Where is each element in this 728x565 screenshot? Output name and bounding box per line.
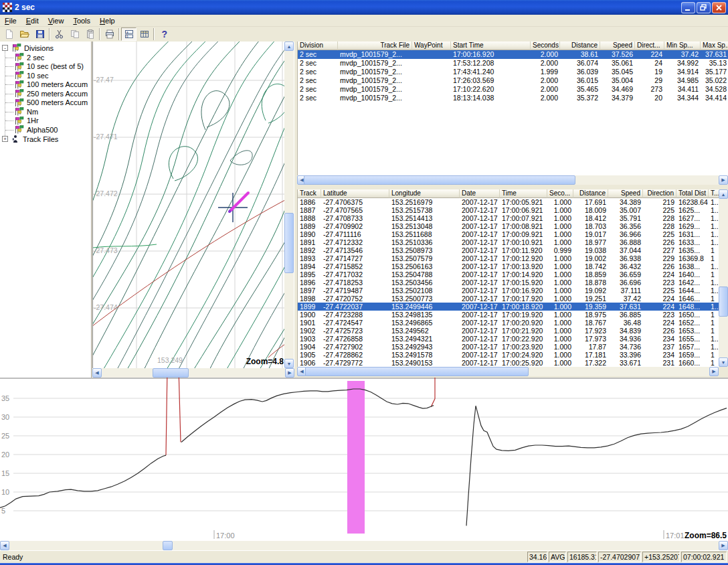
column-header-latitude[interactable]: Latitude [321,189,389,198]
save-button[interactable] [32,27,48,41]
table-row[interactable]: 1893-27.4714727153.25075792007-12-1717:0… [298,254,719,262]
tree-item-track-files[interactable]: +Track Files [2,135,58,143]
scroll-left-button[interactable]: ◀ [0,541,9,550]
table-row[interactable]: 2 secmvdp_1001579_2...17:10:22.6202.0003… [298,85,728,94]
chart-hscrollbar[interactable]: ◀▶ [0,541,728,550]
column-header-t[interactable]: T... [709,189,719,198]
column-header-minsp[interactable]: Min Sp... [664,42,701,50]
table-splitter[interactable] [297,185,728,189]
table-row[interactable]: 1904-27.4727902153.24929432007-12-1717:0… [298,343,719,351]
tree-item-1hr[interactable]: 1Hr [13,116,39,125]
column-header-distance[interactable]: Distance [560,42,600,50]
table-row[interactable]: 1892-27.4713546153.25089732007-12-1717:0… [298,246,719,254]
scroll-up-button[interactable]: ▲ [719,189,728,199]
table-row[interactable]: 1896-27.4718253153.25034562007-12-1717:0… [298,278,719,287]
split-view-button[interactable]: ab [121,27,136,41]
scroll-up-button[interactable]: ▲ [284,42,294,51]
column-header-longitude[interactable]: Longitude [389,189,460,198]
new-button[interactable] [1,27,17,41]
column-header-direct[interactable]: Direct... [635,42,664,50]
tree-item-alpha500[interactable]: Alpha500 [13,125,58,134]
column-header-starttime[interactable]: Start Time [451,42,531,50]
help-button[interactable]: ? [156,27,171,41]
map-horizontal-scrollbar[interactable]: ◀▶ [92,368,294,378]
column-header-totaldist[interactable]: Total Dist [676,189,709,198]
menu-tools[interactable]: Tools [68,16,95,25]
column-header-track[interactable]: Track [298,189,321,198]
close-button[interactable] [712,2,726,13]
column-header-seco[interactable]: Seco... [547,189,573,198]
scroll-thumb[interactable] [153,368,189,378]
table-row[interactable]: 1890-27.4711116153.25116882007-12-1717:0… [298,230,719,238]
tree-item-nm[interactable]: Nm [13,107,38,116]
column-header-maxsp[interactable]: Max Sp... [701,42,728,50]
table-row[interactable]: 2 secmvdp_1001579_2...17:43:41.2401.9993… [298,68,728,76]
tree-item-10-sec-best-of-5-[interactable]: 10 sec (best of 5) [13,62,84,71]
column-header-time[interactable]: Time [500,189,547,198]
table-row[interactable]: 1899-27.4722037153.24994462007-12-1717:0… [298,303,719,311]
scroll-down-button[interactable]: ▼ [719,357,728,367]
table-row[interactable]: 1898-27.4720752153.25007732007-12-1717:0… [298,295,719,303]
table-row[interactable]: 1895-27.4717032153.25047882007-12-1717:0… [298,270,719,278]
menu-file[interactable]: File [0,16,21,25]
table-row[interactable]: 1906-27.4729772153.24901532007-12-1717:0… [298,359,719,367]
table-row[interactable]: 1897-27.4719487153.25021082007-12-1717:0… [298,287,719,295]
column-header-direction[interactable]: Direction [643,189,676,198]
copy-button[interactable] [67,27,82,41]
open-button[interactable] [17,27,32,41]
table-row[interactable]: 2 secmvdp_1001579_2...17:26:03.5692.0003… [298,76,728,85]
table-row[interactable]: 1905-27.4728862153.24915782007-12-1717:0… [298,351,719,359]
table-row[interactable]: 1891-27.4712332153.25103362007-12-1717:0… [298,238,719,246]
tree-item-500-meters-accum[interactable]: 500 meters Accum [13,98,88,107]
column-header-division[interactable]: Division [298,42,338,50]
column-header-distance[interactable]: Distance [573,189,608,198]
table-row[interactable]: 1894-27.4715852153.25061632007-12-1717:0… [298,262,719,270]
scroll-thumb[interactable] [304,175,575,185]
scroll-thumb[interactable] [719,287,728,317]
table-row[interactable]: 1902-27.4725723153.2495622007-12-1717:00… [298,327,719,335]
scroll-thumb[interactable] [305,367,529,376]
print-button[interactable] [102,27,117,41]
table-row[interactable]: 2 secmvdp_1001579_2...17:53:12.2082.0003… [298,59,728,68]
minimize-button[interactable] [681,2,695,13]
menu-view[interactable]: View [43,16,69,25]
track-map-plot[interactable]: -27.47-27.471-27.472-27.473-27.474153.24… [93,42,284,368]
column-header-trackfile[interactable]: Track File [338,42,412,50]
menu-edit[interactable]: Edit [21,16,43,25]
map-vertical-scrollbar[interactable]: ▲▼ [284,42,294,368]
tree-item-250-meters-accum[interactable]: 250 meters Accum [13,89,88,98]
tree-item-divisions[interactable]: -Divisions [2,44,54,52]
table-row[interactable]: 1903-27.4726858153.24943212007-12-1717:0… [298,335,719,343]
column-header-date[interactable]: Date [460,189,500,198]
table-view-button[interactable] [136,27,152,41]
scroll-right-button[interactable]: ▶ [285,368,294,378]
menu-help[interactable]: Help [95,16,120,25]
restore-button[interactable] [697,2,711,13]
table-row[interactable]: 1886-27.4706375153.25169792007-12-1717:0… [298,198,719,206]
scroll-down-button[interactable]: ▼ [284,359,294,368]
column-header-speed[interactable]: Speed [608,189,643,198]
table-row[interactable]: 1901-27.4724547153.24968652007-12-1717:0… [298,319,719,327]
table-row[interactable]: 1900-27.4723288153.24981352007-12-1717:0… [298,311,719,319]
table-row[interactable]: 1888-27.4708733153.25144132007-12-1717:0… [298,214,719,222]
scroll-thumb[interactable] [284,213,294,273]
scroll-right-button[interactable]: ▶ [719,541,728,550]
top-table-hscrollbar[interactable]: ◀▶ [297,175,728,185]
scroll-right-button[interactable]: ▶ [709,367,719,376]
scroll-left-button[interactable]: ◀ [92,368,102,378]
bottom-table-vscrollbar[interactable]: ▲▼ [719,189,728,367]
cut-button[interactable] [52,27,67,41]
expand-icon[interactable]: + [2,136,8,142]
tree-item-2-sec[interactable]: 2 sec [13,53,44,62]
scroll-thumb[interactable] [163,541,173,550]
tree-item-100-meters-accum[interactable]: 100 meters Accum [13,80,88,89]
bottom-table-hscrollbar[interactable]: ◀▶ [297,367,719,376]
column-header-waypoint[interactable]: WayPoint [412,42,451,50]
table-row[interactable]: 2 secmvdp_1001579_2...18:13:14.0382.0003… [298,94,728,102]
scroll-right-button[interactable]: ▶ [719,175,728,185]
tree-item-10-sec[interactable]: 10 sec [13,71,48,80]
table-row[interactable]: 1887-27.4707565153.25157382007-12-1717:0… [298,206,719,214]
speed-chart[interactable]: 353025201510517:0017:01Zoom=86.5 [0,378,728,541]
column-header-speed[interactable]: Speed [600,42,635,50]
paste-button[interactable] [82,27,98,41]
